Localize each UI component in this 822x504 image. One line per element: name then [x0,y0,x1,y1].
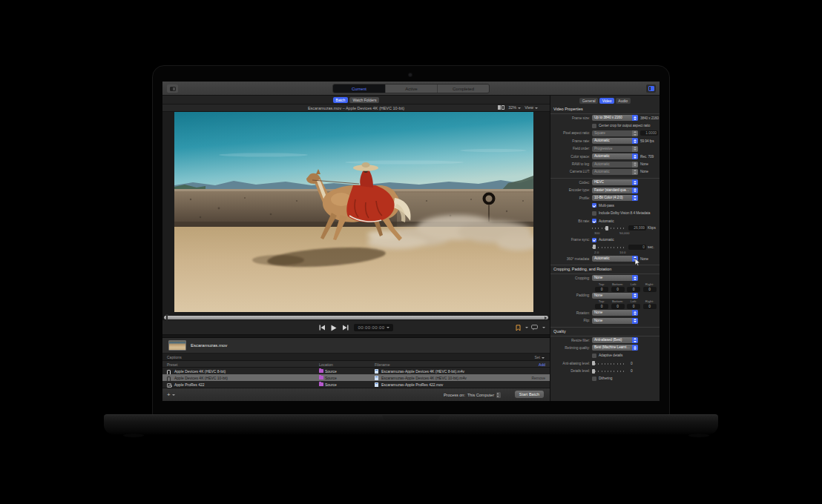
tab-active[interactable]: Active [385,84,437,93]
next-frame-button[interactable] [342,325,349,331]
process-target: This Computer [467,393,494,397]
inspector-tabs: General Video Audio [550,96,660,105]
sidebar-toggle-button[interactable] [167,84,178,93]
cropping-dropdown[interactable]: None [592,275,638,281]
anti-aliasing-slider[interactable] [592,361,626,366]
file-icon [375,382,378,387]
encoder-type-dropdown[interactable]: Faster (standard qua… [592,188,638,193]
timeline-scrubber[interactable] [164,316,548,319]
toolbar: Current Active Completed [162,82,660,96]
marker-button[interactable] [516,325,521,331]
pad-right-field[interactable]: 0 [643,304,657,309]
padding-dropdown[interactable]: None [592,293,638,299]
sidebar-icon [170,87,176,91]
rotation-dropdown[interactable]: None [592,310,638,316]
dropdown-arrows-icon [632,310,638,316]
inspector-toggle-button[interactable] [646,84,656,93]
dithering-row: Dithering [550,375,660,382]
tab-video[interactable]: Video [599,98,614,104]
profile-dropdown[interactable]: 10-Bit Color (4:2:0) [592,195,638,201]
frame-sync-slider[interactable] [592,245,626,250]
tab-general[interactable]: General [579,98,598,104]
preset-row[interactable]: Apple Devices 4K (HEVC 8-bit) Source Esc… [162,368,550,374]
preset-row-selected[interactable]: Apple Devices 4K (HEVC 10-bit) Source Es… [162,374,550,381]
tab-current[interactable]: Current [333,84,385,93]
folder-icon [319,382,323,386]
add-job-button[interactable]: + [167,391,175,398]
crop-bottom-field[interactable]: 0 [611,287,625,292]
start-batch-button[interactable]: Start Batch [515,391,544,398]
column-location: Location [319,362,333,367]
multi-pass-checkbox[interactable] [592,203,596,208]
color-space-dropdown[interactable]: Automatic [592,153,638,159]
chevron-down-icon[interactable] [525,327,528,328]
retiming-quality-dropdown[interactable]: Best (Machine Learni… [592,345,638,351]
pad-top-field[interactable]: 0 [595,304,608,309]
crop-left-field[interactable]: 0 [627,287,640,292]
chevron-down-icon [542,357,545,359]
crop-right-field[interactable]: 0 [643,287,657,292]
annotation-button[interactable] [531,325,538,331]
pad-edge-labels: Top:0 Bottom:0 Left:0 Right:0 [594,299,658,309]
crop-edge-labels: Top:0 Bottom:0 Left:0 Right:0 [594,282,658,292]
metadata-360-dropdown[interactable]: Automatic [592,256,638,262]
pixel-aspect-field[interactable]: 1.0000 [640,130,658,136]
compare-view-icon[interactable] [498,105,504,110]
codec-row: Codec: HEVC [550,179,660,186]
camera-lut-row: Camera LUT: Automatic None [550,168,660,176]
tab-completed[interactable]: Completed [437,84,489,93]
details-level-slider[interactable] [592,368,626,374]
tab-watch-folders[interactable]: Watch Folders [349,97,379,103]
preset-row[interactable]: Apple ProRes 422 Source Escaramuzas-Appl… [162,381,550,388]
process-target-stepper[interactable] [496,392,501,398]
bit-rate-field[interactable]: 26,999 [628,225,646,231]
laptop-foot [688,434,709,437]
resize-filter-dropdown[interactable]: Anti-aliased (Best) [592,337,638,343]
process-on-label: Process on: [444,393,465,397]
codec-dropdown[interactable]: HEVC [592,179,638,185]
tab-batch[interactable]: Batch [333,97,349,103]
preset-table-header: Preset Location Filename Add [162,361,550,368]
preview-title: Escaramuzas.mov – Apple Devices 4K (HEVC… [162,106,550,110]
dropdown-arrows-icon [632,179,638,185]
section-cropping: Cropping, Padding, and Rotation [550,265,660,274]
captions-set-menu[interactable]: Set [534,355,545,359]
pad-left-field[interactable]: 0 [627,304,640,309]
dropdown-arrows-icon [632,138,638,144]
crop-top-field[interactable]: 0 [595,287,608,292]
frame-sync-auto-checkbox[interactable] [592,238,596,242]
retiming-quality-row: Retiming quality: Best (Machine Learni… [550,344,660,351]
frame-size-row: Frame size: Up to 3840 x 2160 3840 x 216… [550,114,660,122]
pad-bottom-field[interactable]: 0 [611,304,625,309]
view-menu[interactable]: View [525,105,538,110]
adaptive-details-checkbox[interactable] [592,354,596,358]
zoom-level-menu[interactable]: 32% [508,105,521,110]
frame-rate-dropdown[interactable]: Automatic [592,138,638,144]
timecode-display[interactable]: 00:00:00:00 [354,324,392,331]
chevron-down-icon[interactable] [542,327,545,328]
frame-size-dropdown[interactable]: Up to 3840 x 2160 [592,115,638,121]
play-button[interactable] [331,325,337,331]
tab-audio[interactable]: Audio [616,98,631,104]
add-output-link[interactable]: Add [539,362,545,367]
bit-rate-row: Bit rate: Automatic [550,217,660,225]
video-frame [174,112,533,312]
center-crop-checkbox[interactable] [592,124,596,128]
field-order-dropdown[interactable]: Progressive [592,146,638,152]
pixel-aspect-dropdown[interactable]: Square [592,130,638,136]
dolby-vision-checkbox[interactable] [592,211,596,216]
frame-sync-field[interactable]: 0 [628,245,646,250]
laptop-base [104,414,718,434]
file-icon [375,376,378,380]
flip-dropdown[interactable]: None [592,318,638,324]
remove-output-link[interactable]: Remove [531,376,545,380]
camera-lut-dropdown[interactable]: Automatic [592,169,638,175]
batch-job-row[interactable]: Escaramuzas.mov [162,337,550,354]
bit-rate-auto-checkbox[interactable] [592,219,596,223]
dropdown-arrows-icon [632,318,638,324]
raw-to-log-dropdown[interactable]: Automatic [592,162,638,168]
bit-rate-slider[interactable] [592,225,626,231]
dropdown-arrows-icon [632,169,638,175]
dithering-checkbox[interactable] [592,377,596,381]
previous-frame-button[interactable] [319,325,326,331]
